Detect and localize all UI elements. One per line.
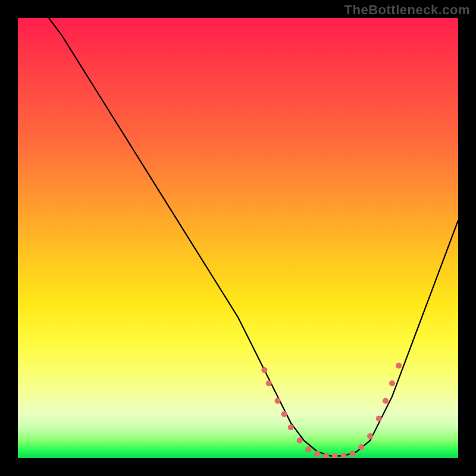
curve-marker bbox=[305, 446, 311, 452]
plot-area bbox=[18, 18, 458, 458]
curve-marker bbox=[396, 363, 402, 369]
curve-marker bbox=[314, 451, 320, 457]
watermark-text: TheBottleneck.com bbox=[345, 2, 470, 18]
bottleneck-curve bbox=[49, 18, 458, 456]
curve-marker bbox=[358, 444, 364, 450]
curve-marker bbox=[275, 398, 281, 404]
curve-marker bbox=[341, 453, 347, 458]
curve-marker bbox=[389, 380, 395, 386]
curve-layer bbox=[18, 18, 458, 458]
curve-marker bbox=[332, 453, 338, 458]
curve-marker bbox=[288, 424, 294, 430]
curve-markers bbox=[261, 363, 402, 458]
curve-marker bbox=[297, 437, 303, 443]
curve-marker bbox=[281, 411, 287, 417]
curve-marker bbox=[261, 367, 267, 373]
curve-marker bbox=[349, 451, 355, 457]
curve-marker bbox=[266, 380, 272, 386]
curve-marker bbox=[383, 398, 389, 404]
chart-frame: TheBottleneck.com bbox=[0, 0, 476, 476]
curve-marker bbox=[367, 433, 373, 439]
curve-marker bbox=[376, 415, 382, 421]
